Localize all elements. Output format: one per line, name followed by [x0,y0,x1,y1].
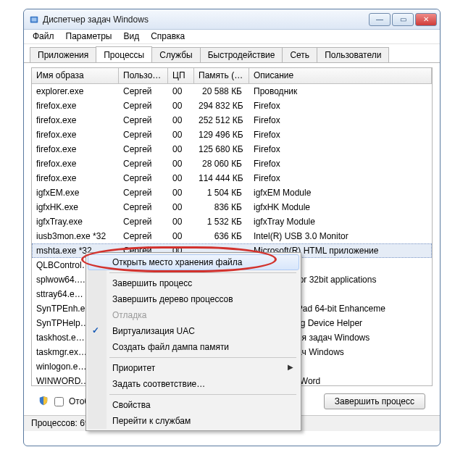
cell-user: Сергей [119,142,168,156]
cell-cpu: 00 [168,185,194,200]
cell-desc: Проводник [249,84,432,99]
cell-desc: Firefox [249,99,432,113]
table-row[interactable]: igfxTray.exeСергей001 532 КБigfxTray Mod… [32,214,432,229]
table-row[interactable]: firefox.exeСергей00294 832 КБFirefox [32,99,432,113]
cell-desc: Firefox [249,142,432,156]
col-cpu[interactable]: ЦП [168,68,194,83]
table-row[interactable]: firefox.exeСергей00114 444 КБFirefox [32,171,432,185]
table-row[interactable]: firefox.exeСергей00129 496 КБFirefox [32,128,432,142]
check-icon: ✓ [92,325,99,335]
menu-options[interactable]: Параметры [60,30,118,43]
cell-user: Сергей [119,156,168,171]
tab-processes[interactable]: Процессы [96,46,152,62]
cell-mem: 114 444 КБ [194,171,249,185]
svg-rect-1 [32,17,37,21]
menubar: Файл Параметры Вид Справка [24,30,440,44]
minimize-button[interactable]: — [369,13,391,26]
app-icon [28,14,40,25]
cell-cpu: 00 [168,214,194,229]
cell-mem: 1 532 КБ [194,214,249,229]
submenu-arrow-icon: ▶ [288,363,293,371]
cell-mem: 20 588 КБ [194,84,249,99]
maximize-button[interactable]: ▭ [392,13,414,26]
table-row[interactable]: explorer.exeСергей0020 588 КБПроводник [32,84,432,99]
cell-image: firefox.exe [32,156,119,171]
context-menu-item: Отладка [88,307,299,323]
cell-user: Сергей [119,84,168,99]
cell-cpu: 00 [168,84,194,99]
context-menu-item[interactable]: Приоритет▶ [88,360,299,376]
cell-cpu: 00 [168,171,194,185]
tab-strip: Приложения Процессы Службы Быстродействи… [24,44,440,63]
cell-image: firefox.exe [32,99,119,113]
show-all-users-input[interactable] [54,397,64,406]
cell-mem: 28 060 КБ [194,156,249,171]
table-row[interactable]: firefox.exeСергей0028 060 КБFirefox [32,156,432,171]
cell-image: firefox.exe [32,113,119,128]
titlebar[interactable]: Диспетчер задач Windows — ▭ ✕ [24,9,440,30]
cell-user: Сергей [119,229,168,243]
cell-image: firefox.exe [32,171,119,185]
cell-mem: 1 504 КБ [194,185,249,200]
end-process-button[interactable]: Завершить процесс [324,393,425,409]
cell-user: Сергей [119,99,168,113]
cell-cpu: 00 [168,200,194,214]
cell-mem: 294 832 КБ [194,99,249,113]
context-menu-item[interactable]: Открыть место хранения файла [88,254,299,270]
cell-desc: igfxHK Module [249,200,432,214]
cell-image: explorer.exe [32,84,119,99]
col-image[interactable]: Имя образа [32,68,119,83]
tab-networking[interactable]: Сеть [282,47,317,62]
table-row[interactable]: igfxEM.exeСергей001 504 КБigfxEM Module [32,185,432,200]
cell-image: igfxTray.exe [32,214,119,229]
menu-help[interactable]: Справка [145,30,191,43]
col-memory[interactable]: Память (… [194,68,249,83]
tab-applications[interactable]: Приложения [30,47,96,62]
menu-view[interactable]: Вид [117,30,145,43]
context-menu-item[interactable]: Свойства [88,397,299,413]
context-menu-separator [109,394,296,395]
cell-user: Сергей [119,128,168,142]
cell-desc: igfxEM Module [249,185,432,200]
cell-desc: Firefox [249,171,432,185]
context-menu-item[interactable]: Виртуализация UAC✓ [88,323,299,339]
cell-image: igfxEM.exe [32,185,119,200]
cell-desc: Firefox [249,128,432,142]
cell-desc: Firefox [249,156,432,171]
tab-services[interactable]: Службы [151,47,200,62]
cell-mem: 836 КБ [194,200,249,214]
window-title: Диспетчер задач Windows [43,14,367,25]
context-menu: Открыть место хранения файлаЗавершить пр… [85,252,301,431]
context-menu-item[interactable]: Создать файл дампа памяти [88,339,299,355]
context-menu-item[interactable]: Завершить процесс [88,275,299,291]
cell-user: Сергей [119,113,168,128]
window-buttons: — ▭ ✕ [367,13,437,26]
context-menu-item[interactable]: Завершить дерево процессов [88,291,299,307]
cell-cpu: 00 [168,113,194,128]
context-menu-item[interactable]: Перейти к службам [88,413,299,429]
cell-cpu: 00 [168,128,194,142]
cell-image: igfxHK.exe [32,200,119,214]
cell-image: firefox.exe [32,142,119,156]
col-desc[interactable]: Описание [249,68,432,83]
col-user[interactable]: Пользо… [119,68,168,83]
cell-user: Сергей [119,171,168,185]
cell-mem: 129 496 КБ [194,128,249,142]
close-button[interactable]: ✕ [415,13,437,26]
table-row[interactable]: igfxHK.exeСергей00836 КБigfxHK Module [32,200,432,214]
cell-mem: 252 512 КБ [194,113,249,128]
cell-image: firefox.exe [32,128,119,142]
table-row[interactable]: firefox.exeСергей00252 512 КБFirefox [32,113,432,128]
tab-users[interactable]: Пользователи [317,47,389,62]
cell-user: Сергей [119,200,168,214]
tab-performance[interactable]: Быстродействие [200,47,283,62]
context-menu-separator [109,357,296,358]
cell-mem: 636 КБ [194,229,249,243]
cell-desc: Firefox [249,113,432,128]
menu-file[interactable]: Файл [27,30,60,43]
context-menu-item[interactable]: Задать соответствие… [88,376,299,392]
cell-mem: 125 680 КБ [194,142,249,156]
table-row[interactable]: firefox.exeСергей00125 680 КБFirefox [32,142,432,156]
cell-cpu: 00 [168,229,194,243]
table-row[interactable]: iusb3mon.exe *32Сергей00636 КБIntel(R) U… [32,229,432,243]
